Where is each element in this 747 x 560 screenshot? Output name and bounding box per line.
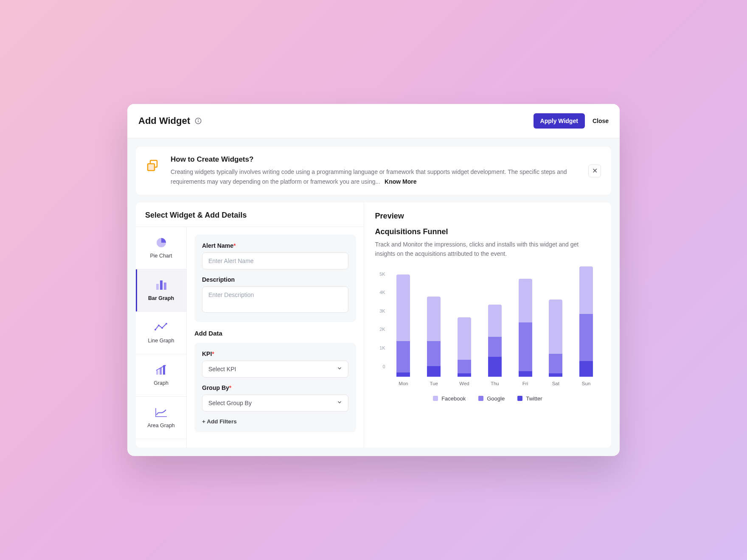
dismiss-help-button[interactable]: ✕ (588, 165, 601, 177)
svg-rect-12 (156, 370, 158, 375)
help-title: How to Create Widgets? (171, 155, 579, 164)
widget-type-label: Bar Graph (148, 295, 174, 301)
legend-swatch-icon (517, 396, 522, 401)
close-icon: ✕ (592, 167, 598, 175)
bar-column: Tue (422, 297, 445, 386)
form-area: Alert Name* Description Add Data (187, 227, 364, 448)
legend-facebook: Facebook (433, 395, 466, 402)
alert-name-input[interactable] (202, 252, 348, 269)
bar-segment-go (519, 322, 532, 371)
chart-description: Track and Monitor the impressions, click… (375, 240, 600, 259)
widget-type-label: Line Graph (148, 338, 174, 344)
bar-column: Fri (514, 279, 537, 386)
y-tick: 0 (375, 364, 385, 369)
bar-stack (579, 266, 593, 377)
bar-segment-go (488, 337, 502, 357)
bar-segment-tw (427, 366, 441, 377)
basic-info-card: Alert Name* Description (194, 235, 356, 322)
legend-swatch-icon (478, 396, 483, 401)
bar-column: Sun (575, 266, 598, 386)
svg-point-11 (166, 323, 167, 325)
widget-type-label: Area Graph (147, 423, 175, 428)
bar-label: Fri (522, 381, 528, 386)
bar-column: Mon (392, 274, 415, 386)
groupby-label: Group By* (202, 384, 348, 391)
bar-stack (396, 274, 410, 377)
description-input[interactable] (202, 286, 348, 313)
bar-label: Sat (552, 381, 559, 386)
legend-google: Google (478, 395, 505, 402)
details-heading: Select Widget & Add Details (136, 202, 364, 227)
graph-icon (154, 364, 168, 376)
bar-column: Thu (483, 305, 506, 386)
bar-segment-fb (427, 297, 441, 342)
kpi-select[interactable]: Select KPI (202, 361, 348, 378)
preview-heading: Preview (375, 212, 600, 227)
widget-type-list: Pie Chart Bar Graph (136, 227, 187, 448)
apply-widget-button[interactable]: Apply Widget (534, 113, 585, 129)
bar-segment-tw (549, 373, 562, 376)
svg-rect-6 (160, 280, 163, 290)
widget-type-line-graph[interactable]: Line Graph (136, 312, 186, 354)
widget-type-area-graph[interactable]: Area Graph (136, 397, 186, 439)
bar-segment-go (427, 341, 441, 366)
bar-segment-go (549, 354, 562, 374)
bar-column: Sat (544, 300, 567, 386)
close-button[interactable]: Close (593, 118, 609, 124)
alert-name-label: Alert Name* (202, 242, 348, 249)
bar-segment-tw (488, 357, 502, 377)
line-graph-icon (154, 322, 168, 333)
legend-twitter: Twitter (517, 395, 542, 402)
svg-point-9 (158, 325, 160, 326)
widget-type-bar-graph[interactable]: Bar Graph (136, 269, 186, 312)
details-panel: Select Widget & Add Details Pie Chart (136, 202, 364, 448)
area-graph-icon (154, 406, 168, 418)
bar-segment-fb (488, 305, 502, 337)
bar-label: Mon (399, 381, 408, 386)
svg-rect-4 (148, 164, 154, 171)
widget-hint-icon (146, 158, 161, 175)
chart-bars: MonTueWedThuFriSatSun (390, 272, 600, 386)
bar-label: Wed (459, 381, 469, 386)
bar-segment-go (458, 360, 471, 373)
groupby-select[interactable]: Select Group By (202, 395, 348, 412)
svg-point-10 (161, 327, 163, 329)
bar-segment-fb (519, 279, 532, 322)
bar-segment-fb (458, 317, 471, 360)
bar-segment-go (579, 314, 593, 361)
info-icon[interactable] (194, 117, 202, 125)
bar-column: Wed (453, 317, 476, 386)
widget-type-pie-chart[interactable]: Pie Chart (136, 227, 186, 269)
bar-graph-icon (154, 279, 168, 291)
add-data-card: KPI* Select KPI (194, 343, 356, 432)
chart-y-axis: 5K4K3K2K1K0 (375, 272, 385, 369)
add-filters-button[interactable]: + Add Filters (202, 418, 348, 425)
bar-segment-tw (458, 373, 471, 376)
main-panels: Select Widget & Add Details Pie Chart (136, 202, 611, 448)
bar-stack (549, 300, 562, 377)
bar-segment-fb (579, 266, 593, 314)
modal-header: Add Widget Apply Widget Close (127, 104, 620, 138)
bar-stack (427, 297, 441, 377)
know-more-link[interactable]: Know More (385, 178, 416, 185)
bar-segment-fb (549, 300, 562, 354)
bar-label: Sun (582, 381, 590, 386)
pie-chart-icon (154, 237, 168, 249)
widget-type-graph[interactable]: Graph (136, 354, 186, 397)
bar-stack (458, 317, 471, 377)
legend-swatch-icon (433, 396, 438, 401)
help-banner: How to Create Widgets? Creating widgets … (136, 147, 611, 195)
bar-segment-tw (519, 371, 532, 376)
preview-panel: Preview Acquisitions Funnel Track and Mo… (364, 202, 611, 448)
kpi-label: KPI* (202, 350, 348, 357)
svg-rect-13 (160, 368, 162, 375)
add-data-heading: Add Data (194, 330, 356, 337)
svg-rect-7 (164, 283, 166, 290)
bar-stack (519, 279, 532, 377)
svg-rect-5 (156, 284, 159, 290)
chart-title: Acquisitions Funnel (375, 227, 600, 236)
svg-point-2 (198, 120, 199, 120)
modal-title: Add Widget (138, 115, 190, 126)
y-tick: 4K (375, 290, 385, 295)
widget-type-label: Graph (154, 380, 168, 386)
